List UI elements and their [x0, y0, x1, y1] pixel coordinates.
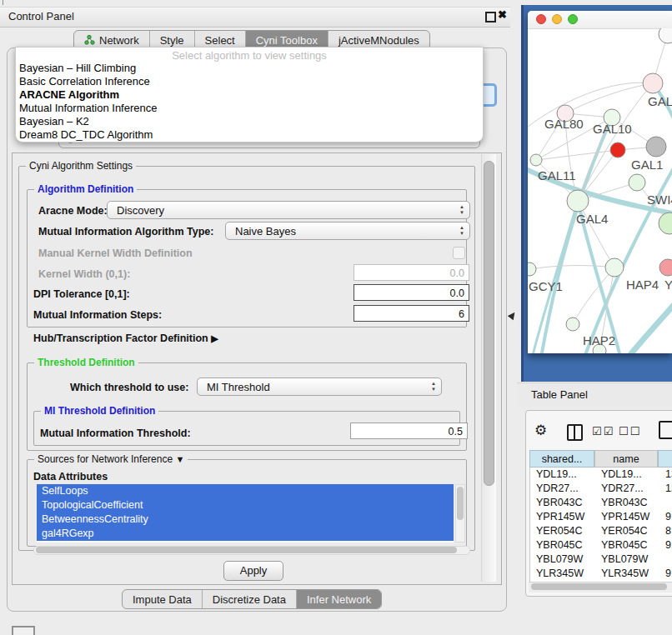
column-header-2[interactable]	[658, 450, 672, 468]
table-cell[interactable]	[659, 496, 672, 510]
table-cell[interactable]: YBL079W	[530, 552, 595, 567]
table-cell[interactable]: 13	[659, 468, 672, 482]
table-cell[interactable]: YBR043C	[530, 496, 595, 510]
algorithm-option-aracne-algorithm[interactable]: ARACNE Algorithm	[16, 88, 483, 102]
table-cell[interactable]: YDR27...	[530, 482, 595, 496]
attribute-list-scrollbar-thumb[interactable]	[457, 487, 464, 520]
attribute-item-topologicalcoefficient[interactable]: TopologicalCoefficient	[37, 498, 454, 512]
bottom-tab-infer-network[interactable]: Infer Network	[296, 590, 381, 608]
table-cell[interactable]: 12	[659, 482, 672, 496]
network-node[interactable]	[528, 262, 536, 276]
table-cell[interactable]: YDR27...	[595, 482, 659, 496]
table-cell[interactable]: YER054C	[595, 524, 659, 538]
zoom-traffic-light[interactable]	[568, 14, 578, 24]
deselect-all-checkboxes-icon[interactable]: ☐☐	[619, 425, 641, 438]
table-row[interactable]: YDL19...YDL19...13	[530, 468, 672, 482]
table-row[interactable]: YBR043CYBR043C	[530, 496, 672, 510]
table-cell[interactable]: 9.	[659, 538, 672, 552]
column-header-shared[interactable]: shared...	[529, 450, 594, 468]
algorithm-option-bayesian-hill-climbing[interactable]: Bayesian – Hill Climbing	[16, 62, 483, 75]
horizontal-scrollbar-thumb[interactable]	[36, 547, 457, 553]
network-node[interactable]	[530, 154, 542, 166]
network-canvas[interactable]: GALGAL80GAL10GAL1GAL11SWI4GAL4GCY1HAP4YH…	[528, 28, 672, 353]
table-cell[interactable]: YPR145W	[595, 510, 659, 524]
table-cell[interactable]	[659, 552, 672, 567]
table-cell[interactable]: YLR345W	[595, 567, 659, 581]
table-row[interactable]: YLR345WYLR345W9.	[530, 567, 672, 581]
table-cell[interactable]: YLR345W	[530, 567, 595, 581]
mi-type-combo[interactable]: Naive Bayes ▲▼	[225, 222, 470, 240]
table-row[interactable]: YDR27...YDR27...12	[530, 482, 672, 496]
control-panel-titlebar	[0, 7, 510, 28]
apply-button[interactable]: Apply	[223, 561, 283, 581]
settings-scrollbar-thumb[interactable]	[484, 161, 494, 486]
dock-icon[interactable]	[12, 626, 35, 635]
collapse-down-icon[interactable]: ▼	[175, 454, 184, 464]
network-node[interactable]	[605, 258, 624, 277]
algorithm-option-mutual-information-inference[interactable]: Mutual Information Inference	[16, 102, 483, 115]
bottom-tab-discretize-data[interactable]: Discretize Data	[202, 590, 296, 608]
table-cell[interactable]: YBR045C	[530, 538, 595, 552]
table-cell[interactable]: YDL19...	[595, 468, 659, 482]
network-node-label: SWI4	[647, 192, 672, 207]
select-all-checkboxes-icon[interactable]: ☑☑	[592, 425, 614, 438]
table-row[interactable]: YER054CYER054C8.	[530, 524, 672, 538]
table-cell[interactable]: YBR043C	[595, 496, 659, 510]
network-window-titlebar[interactable]	[528, 11, 672, 29]
network-node[interactable]	[610, 142, 625, 158]
network-node[interactable]	[659, 259, 672, 276]
network-node[interactable]	[643, 73, 663, 93]
tab-label: Style	[160, 34, 184, 47]
table-cell[interactable]: YPR145W	[530, 510, 595, 524]
network-node[interactable]	[567, 190, 589, 212]
kernel-width-field[interactable]: 0.0	[354, 264, 469, 281]
table-cell[interactable]: 9.	[659, 567, 672, 581]
expand-right-icon[interactable]: ▶	[211, 333, 218, 343]
algorithm-option-bayesian-k2[interactable]: Bayesian – K2	[16, 115, 483, 128]
network-node[interactable]	[566, 318, 579, 331]
algorithm-option-basic-correlation-inference[interactable]: Basic Correlation Inference	[16, 75, 483, 88]
table-row[interactable]: YPR145WYPR145W9.	[530, 510, 672, 524]
network-edge	[578, 201, 614, 268]
attribute-item-selfloops[interactable]: SelfLoops	[37, 484, 454, 498]
network-edge	[565, 83, 653, 113]
close-traffic-light[interactable]	[536, 14, 546, 24]
network-node[interactable]	[629, 174, 645, 191]
aracne-mode-label: Aracne Mode:	[38, 205, 108, 217]
aracne-mode-combo[interactable]: Discovery ▲▼	[107, 201, 470, 219]
minimize-traffic-light[interactable]	[552, 14, 562, 24]
network-node[interactable]	[659, 28, 672, 43]
table-cell[interactable]: YER054C	[530, 524, 595, 538]
network-node[interactable]	[659, 212, 672, 234]
network-node[interactable]	[646, 137, 666, 157]
table-cell[interactable]: 9.	[659, 510, 672, 524]
gear-icon[interactable]: ⚙	[534, 422, 547, 439]
table-row[interactable]: YBL079WYBL079W	[530, 552, 672, 567]
attribute-item-betweennesscentrality[interactable]: BetweennessCentrality	[37, 512, 454, 527]
table-cell[interactable]: YBL079W	[595, 552, 659, 567]
hub-definition-label[interactable]: Hub/Transcription Factor Definition ▶	[33, 332, 218, 344]
mi-threshold-field[interactable]: 0.5	[350, 422, 468, 439]
bottom-tab-impute-data[interactable]: Impute Data	[123, 590, 202, 608]
table-cell[interactable]: YBR045C	[595, 538, 659, 552]
table-cell[interactable]: 8.	[659, 524, 672, 538]
mi-steps-field[interactable]: 6	[354, 305, 469, 322]
network-edge	[529, 266, 614, 269]
float-window-icon[interactable]	[485, 12, 496, 22]
which-threshold-combo[interactable]: MI Threshold ▲▼	[197, 378, 442, 396]
close-icon[interactable]: ✖	[498, 8, 507, 21]
cyni-algorithm-settings-title: Cyni Algorithm Settings	[26, 160, 136, 172]
data-attributes-list[interactable]: SelfLoopsTopologicalCoefficientBetweenne…	[37, 484, 454, 542]
function-builder-icon[interactable]	[659, 421, 672, 439]
mi-type-label: Mutual Information Algorithm Type:	[38, 226, 213, 238]
manual-kernel-checkbox[interactable]	[453, 247, 465, 259]
sources-group-title[interactable]: Sources for Network Inference ▼	[34, 453, 188, 465]
dpi-tolerance-field[interactable]: 0.0	[354, 284, 469, 301]
algorithm-option-dream8-dc-tdc-algorithm[interactable]: Dream8 DC_TDC Algorithm	[16, 128, 483, 142]
attribute-item-gal4rgexp[interactable]: gal4RGexp	[37, 527, 454, 541]
table-row[interactable]: YBR045CYBR045C9.	[530, 538, 672, 552]
control-panel-bottom-tabs: Impute DataDiscretize DataInfer Network	[122, 589, 382, 609]
table-cell[interactable]: YDL19...	[530, 468, 595, 482]
table-hscrollbar-thumb[interactable]	[531, 583, 667, 590]
column-header-name[interactable]: name	[594, 450, 658, 468]
